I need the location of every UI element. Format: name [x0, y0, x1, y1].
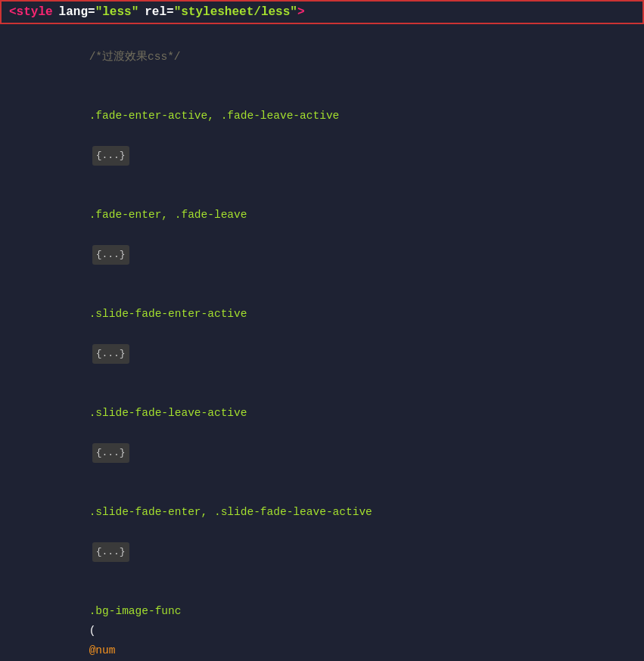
space [89, 427, 96, 439]
attr-rel-val: "stylesheet/less" [174, 5, 297, 19]
line-content: .slide-fade-enter, .slide-fade-leave-act… [15, 483, 644, 582]
code-area: /*过渡效果css*/ .fade-enter-active, .fade-le… [0, 24, 644, 661]
attr-lang-name: lang [59, 5, 88, 19]
style-tag: <style [9, 5, 53, 19]
line-fade-enter: .fade-enter, .fade-leave {...} [0, 185, 644, 284]
attr-lang-val: "less" [95, 5, 139, 19]
line-slide-fade-enter-active: .slide-fade-enter-active {...} [0, 284, 644, 383]
line-comment: /*过渡效果css*/ [0, 27, 644, 86]
attr-close: > [297, 5, 305, 19]
line-content: .fade-enter-active, .fade-leave-active {… [15, 86, 644, 185]
line-content: .slide-fade-enter-active {...} [15, 284, 644, 383]
selector-class: .bg-image-func [89, 605, 182, 617]
space [89, 129, 96, 141]
selector: .fade-enter-active, .fade-leave-active [89, 110, 340, 122]
collapsed: {...} [92, 245, 129, 265]
line-content: .fade-enter, .fade-leave {...} [15, 185, 644, 284]
line-content: .slide-fade-leave-active {...} [15, 383, 644, 483]
style-tag-line: <style lang = "less" rel = "stylesheet/l… [0, 0, 644, 24]
collapsed: {...} [92, 344, 129, 364]
selector: .fade-enter, .fade-leave [89, 209, 247, 221]
selector: .slide-fade-enter, .slide-fade-leave-act… [89, 506, 372, 518]
space [89, 228, 96, 241]
line-slide-fade-enter: .slide-fade-enter, .slide-fade-leave-act… [0, 483, 644, 582]
paren-open: ( [89, 625, 96, 637]
selector: .slide-fade-leave-active [89, 407, 247, 419]
attr-rel-eq: = [166, 5, 174, 19]
collapsed: {...} [92, 146, 129, 166]
comment: /*过渡效果css*/ [89, 51, 181, 63]
line-bg-image-func: .bg-image-func ( @num ) ... [0, 582, 644, 661]
attr-lang-eq: = [88, 5, 95, 19]
line-content: .bg-image-func ( @num ) ... [15, 582, 644, 661]
selector: .slide-fade-enter-active [89, 308, 247, 320]
attr-rel-name: rel [145, 5, 166, 19]
collapsed: {...} [92, 443, 129, 463]
space [89, 327, 96, 340]
space [89, 526, 96, 538]
collapsed: {...} [92, 542, 129, 562]
at-var: @num [89, 644, 116, 656]
line-content: /*过渡效果css*/ [15, 27, 644, 86]
line-fade-enter-active: .fade-enter-active, .fade-leave-active {… [0, 86, 644, 185]
line-slide-fade-leave-active: .slide-fade-leave-active {...} [0, 383, 644, 483]
editor-container: <style lang = "less" rel = "stylesheet/l… [0, 0, 644, 661]
